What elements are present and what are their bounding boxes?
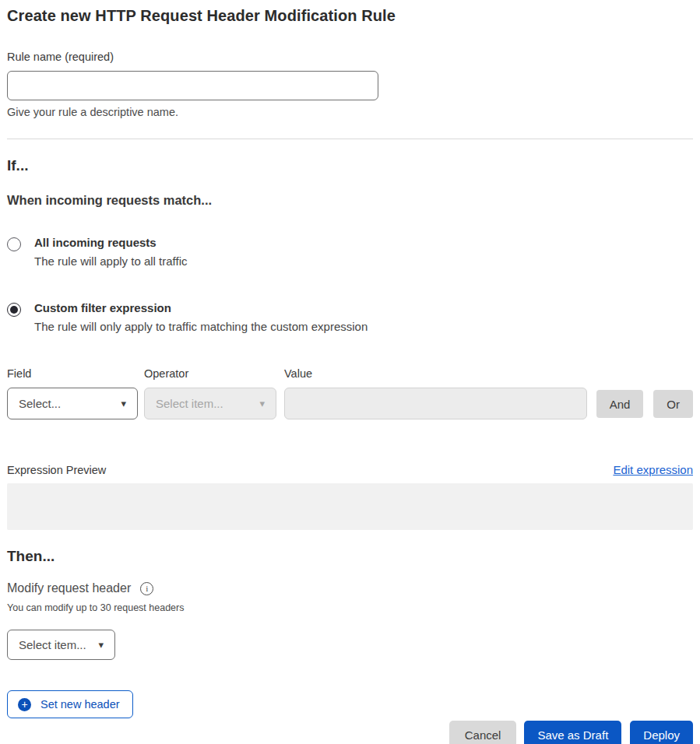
header-item-select[interactable]: Select item... ▾ — [7, 630, 115, 660]
field-label: Field — [7, 367, 138, 380]
save-as-draft-button[interactable]: Save as Draft — [524, 721, 621, 744]
operator-select-value: Select item... — [156, 397, 223, 410]
radio-all-requests-texts: All incoming requests The rule will appl… — [34, 236, 187, 268]
section-divider — [7, 139, 693, 139]
radio-all-requests-label[interactable]: All incoming requests — [34, 236, 187, 249]
footer-actions: Cancel Save as Draft Deploy — [7, 721, 693, 744]
plus-icon: + — [18, 698, 31, 711]
radio-option-all-requests[interactable]: All incoming requests The rule will appl… — [7, 236, 693, 268]
radio-all-requests-description: The rule will apply to all traffic — [34, 254, 187, 268]
page-title: Create new HTTP Request Header Modificat… — [7, 7, 693, 25]
chevron-down-icon: ▾ — [98, 639, 104, 651]
then-heading: Then... — [7, 548, 693, 565]
expression-preview-box — [7, 483, 693, 530]
chevron-down-icon: ▾ — [121, 398, 126, 409]
field-column: Field Select... ▾ — [7, 367, 138, 419]
edit-expression-link[interactable]: Edit expression — [613, 463, 693, 476]
field-select-value: Select... — [19, 397, 61, 410]
chevron-down-icon: ▾ — [259, 398, 265, 409]
radio-custom-expression-description: The rule will only apply to traffic matc… — [34, 320, 368, 333]
info-icon[interactable]: i — [140, 582, 153, 595]
operator-label: Operator — [144, 367, 276, 380]
cancel-button[interactable]: Cancel — [449, 721, 517, 744]
modify-header-row: Modify request header i — [7, 581, 693, 595]
set-new-header-label: Set new header — [40, 698, 120, 711]
rule-name-input[interactable] — [7, 71, 378, 100]
set-new-header-button[interactable]: + Set new header — [7, 690, 133, 718]
value-column: Value — [284, 367, 587, 419]
modify-header-label: Modify request header — [7, 581, 131, 595]
radio-custom-expression-label[interactable]: Custom filter expression — [34, 301, 368, 314]
or-button[interactable]: Or — [653, 390, 693, 418]
radio-custom-expression[interactable] — [7, 303, 21, 317]
match-subheading: When incoming requests match... — [7, 193, 693, 208]
rule-name-label: Rule name (required) — [7, 51, 693, 63]
radio-custom-expression-texts: Custom filter expression The rule will o… — [34, 301, 368, 333]
operator-select: Select item... ▾ — [144, 388, 276, 419]
field-select[interactable]: Select... ▾ — [7, 388, 138, 419]
rule-name-help: Give your rule a descriptive name. — [7, 106, 693, 118]
rule-form: Create new HTTP Request Header Modificat… — [0, 7, 700, 744]
value-input — [284, 388, 587, 419]
radio-option-custom-expression[interactable]: Custom filter expression The rule will o… — [7, 301, 693, 333]
value-label: Value — [284, 367, 587, 380]
if-heading: If... — [7, 157, 693, 174]
expression-preview-label: Expression Preview — [7, 464, 106, 476]
operator-column: Operator Select item... ▾ — [144, 367, 276, 419]
and-button[interactable]: And — [596, 390, 644, 418]
expression-builder-row: Field Select... ▾ Operator Select item..… — [7, 367, 693, 419]
deploy-button[interactable]: Deploy — [630, 721, 693, 744]
expression-preview-row: Expression Preview Edit expression — [7, 463, 693, 476]
header-item-select-value: Select item... — [19, 638, 86, 651]
modify-header-help: You can modify up to 30 request headers — [7, 602, 693, 613]
radio-all-requests[interactable] — [7, 237, 21, 251]
